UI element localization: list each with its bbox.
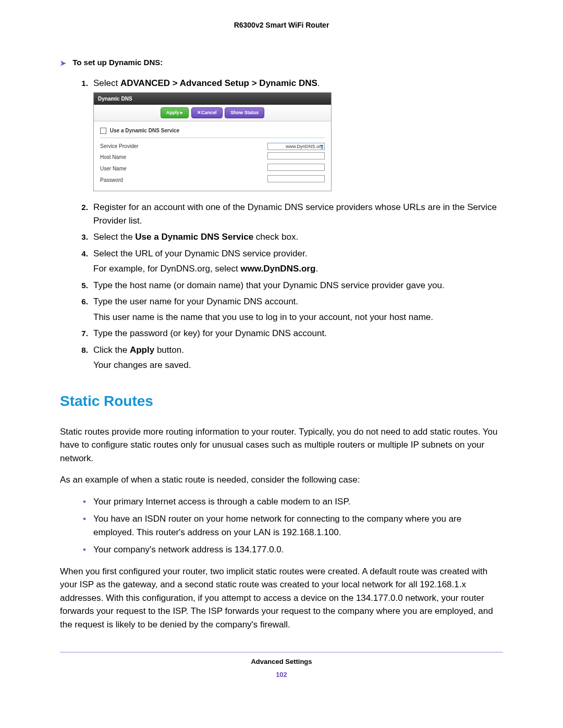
ddns-form: Service Provider www.DynDNS.org Host Nam… [100, 141, 325, 186]
step-7: Type the password (or key) for your Dyna… [90, 327, 503, 340]
password-label: Password [100, 174, 190, 186]
list-item: Your primary Internet access is through … [83, 495, 503, 509]
procedure-heading-text: To set up Dynamic DNS: [72, 58, 163, 67]
provider-label: Service Provider [100, 141, 190, 151]
paragraph: Static routes provide more routing infor… [60, 425, 503, 465]
footer-section-title: Advanced Settings [60, 658, 503, 665]
ddns-checkbox-label: Use a Dynamic DNS Service [110, 128, 179, 133]
embedded-screenshot: Dynamic DNS Apply ▸ ✕Cancel Show Status … [93, 92, 503, 192]
section-heading-static-routes: Static Routes [60, 393, 503, 410]
panel-title: Dynamic DNS [94, 93, 331, 105]
provider-select[interactable]: www.DynDNS.org [267, 143, 325, 150]
ddns-checkbox-row: Use a Dynamic DNS Service [100, 125, 325, 138]
apply-button[interactable]: Apply ▸ [161, 107, 189, 119]
list-item: Your company's network address is 134.17… [83, 543, 503, 557]
paragraph: As an example of when a static route is … [60, 473, 503, 487]
step-6: Type the user name for your Dynamic DNS … [90, 295, 503, 324]
step-2: Register for an account with one of the … [90, 201, 503, 227]
step-list: Select ADVANCED > Advanced Setup > Dynam… [60, 77, 503, 372]
cancel-button[interactable]: ✕Cancel [191, 107, 223, 119]
paragraph: When you first configured your router, t… [60, 565, 503, 632]
bullet-list: Your primary Internet access is through … [60, 495, 503, 557]
username-input[interactable] [267, 164, 325, 171]
page-number: 102 [60, 671, 503, 678]
step-3: Select the Use a Dynamic DNS Service che… [90, 230, 503, 244]
document-header: R6300v2 Smart WiFi Router [60, 21, 503, 29]
hostname-input[interactable] [267, 152, 325, 159]
step-5: Type the host name (or domain name) that… [90, 279, 503, 292]
step-1: Select ADVANCED > Advanced Setup > Dynam… [90, 77, 503, 191]
document-page: R6300v2 Smart WiFi Router ➤ To set up Dy… [0, 0, 563, 710]
step-4: Select the URL of your Dynamic DNS servi… [90, 247, 503, 276]
hostname-label: Host Name [100, 151, 190, 163]
username-label: User Name [100, 163, 190, 174]
password-input[interactable] [267, 175, 325, 182]
chevron-right-icon: ➤ [60, 59, 66, 67]
footer-separator [60, 652, 503, 652]
list-item: You have an ISDN router on your home net… [83, 512, 503, 539]
step-8: Click the Apply button. Your changes are… [90, 343, 503, 372]
procedure-heading: ➤ To set up Dynamic DNS: [60, 58, 503, 67]
show-status-button[interactable]: Show Status [225, 107, 264, 119]
ddns-checkbox[interactable] [100, 128, 106, 134]
panel-toolbar: Apply ▸ ✕Cancel Show Status [94, 105, 331, 122]
